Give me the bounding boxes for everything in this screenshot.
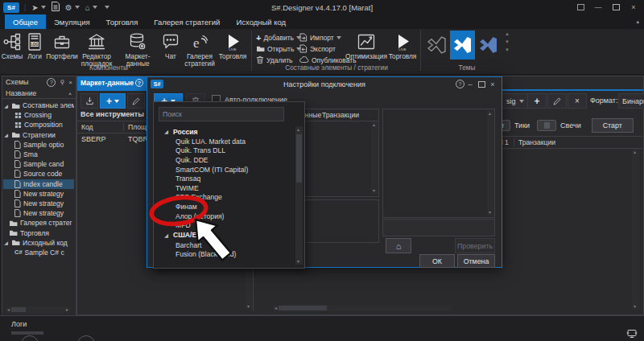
theme-light-option[interactable] (476, 31, 501, 60)
scrollbar-thumb[interactable] (279, 306, 327, 310)
export-button[interactable]: Экспорт (299, 43, 336, 54)
maximize-icon[interactable] (476, 78, 487, 91)
tab-general[interactable]: Общее (5, 14, 46, 29)
help-icon[interactable]: ? (456, 80, 464, 88)
scroll-up-icon[interactable]: ▲ (505, 31, 510, 36)
add-instrument-button[interactable]: + (100, 93, 126, 109)
dialog-titlebar[interactable]: S# Настройки подключения ? – × (147, 77, 502, 91)
remove-storage-button[interactable]: × (568, 93, 587, 109)
schemes-panel-header[interactable]: Схемы ? ⚲ × (2, 76, 76, 88)
edit-instrument-button[interactable] (127, 93, 145, 109)
connector-item[interactable]: Barchart (154, 240, 297, 250)
close-icon[interactable]: × (487, 78, 498, 91)
transactions-column-header[interactable]: Транзакции (308, 111, 359, 119)
market-data-tab[interactable]: Маркет-данные ? × (77, 76, 154, 89)
connector-item-finam[interactable]: Финам (154, 202, 297, 212)
tree-item[interactable]: Sample cand (3, 159, 74, 169)
code-column-header[interactable]: Код (77, 123, 123, 131)
open-button[interactable]: Открыть (256, 43, 301, 54)
live-trading-button[interactable]: LIVE Торговля (218, 31, 247, 71)
vertical-scrollbar[interactable]: ▴ ▾ (295, 126, 303, 265)
horizontal-scrollbar[interactable]: ◂ ▸ (6, 306, 70, 313)
nav-back-button[interactable]: ‹ (21, 335, 39, 341)
add-storage-button[interactable]: + (527, 93, 547, 109)
tree-item-selected[interactable]: Index candle (3, 179, 74, 189)
connector-item[interactable]: Quik LUA. Market data (154, 137, 297, 146)
logs-button[interactable]: LOG Логи (24, 31, 45, 71)
ribbon-collapse-icon[interactable]: ▴ (636, 18, 639, 25)
verify-button[interactable]: Проверить (455, 238, 495, 253)
tree-item[interactable]: New strategy (3, 189, 74, 199)
scroll-down-icon[interactable]: ▼ (505, 39, 510, 44)
close-icon[interactable]: × (68, 79, 72, 86)
tree-item[interactable]: Source code (3, 169, 74, 179)
theme-blue-selected-option[interactable] (450, 31, 475, 60)
schemes-button[interactable]: Схемы (0, 31, 24, 71)
add-button[interactable]: + Добавить (256, 32, 301, 43)
tree-item[interactable]: Галерея стратег (3, 218, 74, 228)
ribbon-style-icon[interactable] (572, 1, 589, 14)
scroll-up-icon[interactable]: ▴ (634, 150, 636, 154)
pin-icon[interactable]: ⚲ (60, 79, 64, 86)
tree-item[interactable]: Торговля (3, 228, 74, 237)
tree-item[interactable]: ◢Исходный код (3, 238, 74, 248)
nav-forward-button[interactable]: › (77, 335, 95, 341)
connector-item[interactable]: Quik. DDE (154, 155, 297, 165)
minimize-icon[interactable]: – (464, 78, 476, 91)
close-icon[interactable]: × (625, 1, 642, 14)
vertical-scrollbar[interactable]: ▴▾ (371, 121, 378, 194)
vertical-scrollbar[interactable]: ▴ ▾ (632, 149, 639, 310)
connector-item[interactable]: SmartCOM (ITI Capital) (154, 165, 297, 175)
connector-item[interactable]: Fusion (Blackwood) (154, 250, 297, 260)
scroll-up-icon[interactable]: ▲ (68, 91, 72, 96)
data-table-header[interactable]: Level 1 Транзакции (480, 136, 642, 149)
help-icon[interactable]: ? (135, 79, 143, 87)
edit-storage-button[interactable] (547, 93, 567, 109)
theme-dark-option[interactable] (424, 31, 449, 60)
group-usa-eu[interactable]: ◢США/ЕС (154, 230, 297, 240)
tree-item[interactable]: Crossing (3, 110, 74, 120)
gallery-expand-icon[interactable]: ▼ (505, 47, 510, 52)
tree-item[interactable]: New strategy (3, 199, 74, 208)
export-instruments-button[interactable] (80, 93, 98, 109)
start-button[interactable]: Старт (592, 118, 634, 133)
theme-gallery-scroll[interactable]: ▲ ▼ ▼ (502, 31, 512, 52)
transactions-column-header[interactable]: Транзакции (514, 138, 555, 146)
tab-emulation[interactable]: Эмуляция (46, 14, 97, 29)
tree-item[interactable]: ◢Стратегии (3, 130, 74, 140)
restore-icon[interactable] (607, 1, 625, 14)
connector-item[interactable]: SPB Exchange (154, 193, 297, 203)
scrollbar-thumb[interactable] (296, 134, 302, 183)
horizontal-scrollbar[interactable]: ◂ (273, 305, 452, 311)
name-column-header[interactable]: Название ▲ (2, 88, 76, 99)
import-button[interactable]: Импорт (299, 32, 341, 43)
help-icon[interactable]: ? (47, 78, 56, 87)
tree-item[interactable]: Sma (3, 150, 74, 159)
connector-item[interactable]: TWIME (154, 183, 297, 193)
tab-trading[interactable]: Торговля (98, 14, 147, 29)
scroll-up-icon[interactable]: ▴ (297, 127, 299, 132)
search-input[interactable] (159, 107, 284, 121)
tree-item[interactable]: C#Sample C# c (3, 248, 74, 257)
scroll-left-icon[interactable]: ◂ (275, 306, 277, 310)
scroll-down-icon[interactable]: ▾ (297, 259, 299, 264)
connector-item[interactable]: Quik. Trans DLL (154, 146, 297, 156)
tree-item[interactable]: Sample optio (3, 140, 74, 150)
chat-button[interactable]: Чат (160, 31, 181, 71)
connector-item[interactable]: Алор (история) (154, 212, 297, 221)
scroll-down-icon[interactable]: ▾ (247, 304, 250, 309)
vertical-scrollbar[interactable]: ▴▾ (487, 110, 493, 216)
cancel-button[interactable]: Отмена (457, 254, 495, 268)
candles-toggle[interactable] (537, 120, 556, 131)
home-button[interactable]: ⌂ (386, 238, 411, 253)
strategy-gallery-button[interactable]: e Галерея стратегий (181, 31, 218, 71)
ok-button[interactable]: ОК (419, 254, 455, 268)
tree-item[interactable]: ◢Составные элем (3, 101, 74, 110)
tree-item[interactable]: New strategy (3, 208, 74, 218)
format-combo[interactable]: Бинарный (618, 93, 644, 109)
scroll-down-icon[interactable]: ▾ (634, 304, 636, 309)
tree-item[interactable]: Composition (3, 120, 74, 129)
scroll-left-icon[interactable]: ◂ (7, 307, 10, 312)
connector-item[interactable]: MFD (154, 220, 297, 230)
group-russia[interactable]: ◢Россия (154, 126, 297, 137)
